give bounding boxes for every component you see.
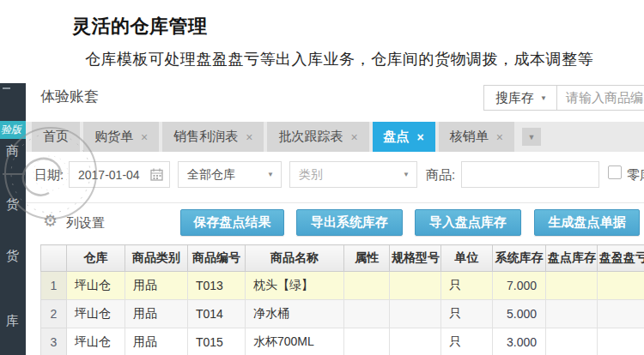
col-header-counted-qty: 盘点库存	[546, 245, 598, 272]
system-qty-cell: 3.000	[493, 328, 546, 355]
name-cell: 水杯700ML	[246, 328, 344, 355]
name-cell: 枕头【绿】	[246, 272, 344, 300]
col-header-code: 商品编号	[188, 245, 246, 272]
row-number-cell: 1	[41, 272, 67, 300]
category-cell: 用品	[125, 272, 188, 300]
category-cell: 用品	[125, 328, 188, 355]
tab-sales-profit-report[interactable]: 销售利润表 ×	[162, 122, 264, 152]
warehouse-cell: 坪山仓	[67, 328, 125, 355]
tab-label: 盘点	[384, 129, 410, 145]
code-cell: T015	[188, 328, 246, 355]
sidebar-item-purchase[interactable]: 货	[6, 196, 32, 213]
column-settings-button[interactable]: 列设置	[66, 215, 105, 232]
page-subtitle: 仓库模板可处理盘盈盘亏等出入库业务，仓库间的货物调拨，成本调整等	[85, 49, 593, 69]
row-number-cell: 2	[41, 300, 67, 328]
warehouse-cell: 坪山仓	[67, 300, 125, 328]
row-number-header	[41, 245, 67, 272]
tab-write-off[interactable]: 核销单 ×	[439, 122, 514, 152]
col-header-unit: 单位	[441, 245, 493, 272]
row-number-cell: 3	[41, 328, 67, 355]
zero-stock-checkbox[interactable]	[608, 165, 622, 179]
warehouse-cell: 坪山仓	[67, 272, 125, 300]
table-row[interactable]: 3 坪山仓 用品 T015 水杯700ML 只 3.000	[41, 328, 644, 355]
stocktake-table: 仓库 商品类别 商品编号 商品名称 属性 规格型号 单位 系统库存 盘点库存 盘…	[40, 244, 644, 355]
import-stocktake-stock-button[interactable]: 导入盘点库存	[415, 209, 521, 236]
spec-cell	[390, 300, 441, 328]
zero-stock-label: 零库	[627, 167, 644, 184]
col-header-attr: 属性	[344, 245, 390, 272]
unit-cell: 只	[441, 328, 493, 355]
col-header-system-qty: 系统库存	[493, 245, 546, 272]
chevron-down-icon: ▼	[527, 133, 535, 141]
tab-purchase-order[interactable]: 购货单 ×	[83, 122, 159, 152]
category-cell: 用品	[125, 300, 188, 328]
attr-cell	[344, 272, 390, 300]
tab-label: 首页	[43, 129, 69, 145]
gear-icon[interactable]: ⚙	[43, 211, 58, 231]
calendar-icon[interactable]	[150, 168, 163, 181]
close-icon[interactable]: ×	[246, 131, 252, 143]
stock-search-combo: 搜库存 ▼ 请输入商品编	[483, 85, 644, 111]
code-cell: T014	[188, 300, 246, 328]
unit-cell: 只	[441, 300, 493, 328]
sidebar-item-warehouse[interactable]: 库	[6, 313, 32, 329]
close-icon[interactable]: ×	[141, 131, 148, 143]
system-qty-cell: 5.000	[493, 300, 546, 328]
tab-label: 购货单	[94, 129, 133, 145]
warehouse-select-value: 全部仓库	[187, 167, 235, 183]
spec-cell	[390, 272, 441, 300]
col-header-spec: 规格型号	[390, 245, 441, 272]
col-header-category: 商品类别	[125, 245, 188, 272]
table-row[interactable]: 2 坪山仓 用品 T014 净水桶 只 5.000	[41, 300, 644, 328]
product-filter-input[interactable]	[461, 161, 599, 188]
spec-cell	[390, 328, 441, 355]
warehouse-management-page: 灵活的仓库管理 仓库模板可处理盘盈盘亏等出入库业务，仓库间的货物调拨，成本调整等…	[0, 0, 644, 355]
account-set-title: 体验账套	[40, 87, 99, 106]
close-icon[interactable]: ×	[496, 131, 503, 143]
tab-label: 批次跟踪表	[278, 129, 343, 145]
sidebar-item-sales[interactable]: 货	[6, 248, 32, 264]
diff-qty-cell	[598, 328, 644, 355]
tab-batch-tracking[interactable]: 批次跟踪表 ×	[267, 122, 368, 152]
tab-home[interactable]: 首页	[32, 122, 80, 152]
table-header-row: 仓库 商品类别 商品编号 商品名称 属性 规格型号 单位 系统库存 盘点库存 盘…	[41, 245, 644, 272]
divider	[26, 202, 644, 203]
save-stocktake-result-button[interactable]: 保存盘点结果	[180, 209, 284, 236]
page-title: 灵活的仓库管理	[72, 14, 208, 39]
chevron-down-icon[interactable]: ▼	[540, 94, 547, 102]
menu-dash-icon	[3, 87, 10, 89]
chevron-down-icon: ▼	[403, 171, 410, 178]
product-search-input[interactable]: 请输入商品编	[557, 90, 643, 106]
table-row[interactable]: 1 坪山仓 用品 T013 枕头【绿】 只 7.000	[41, 272, 644, 300]
system-qty-cell: 7.000	[493, 272, 546, 300]
attr-cell	[344, 300, 390, 328]
chevron-down-icon: ▼	[267, 171, 274, 178]
tab-stocktake[interactable]: 盘点 ×	[373, 122, 435, 152]
counted-qty-cell[interactable]	[546, 300, 598, 328]
product-filter-label: 商品:	[426, 167, 455, 184]
export-system-stock-button[interactable]: 导出系统库存	[296, 209, 403, 236]
generate-stocktake-doc-button[interactable]: 生成盘点单据	[534, 209, 640, 236]
col-header-name: 商品名称	[246, 245, 344, 272]
search-scope-dropdown[interactable]: 搜库存	[484, 90, 540, 106]
trial-version-badge: 验版	[0, 121, 26, 139]
warehouse-select[interactable]: 全部仓库 ▼	[178, 161, 282, 188]
close-icon[interactable]: ×	[417, 131, 424, 143]
unit-cell: 只	[441, 272, 493, 300]
sidebar-nav: 验版 商 货 货 库	[0, 83, 26, 355]
date-value: 2017-01-04	[78, 168, 140, 182]
code-cell: T013	[188, 272, 246, 300]
attr-cell	[344, 328, 390, 355]
date-input[interactable]: 2017-01-04	[69, 161, 170, 188]
tab-overflow-button[interactable]: ▼	[522, 128, 541, 146]
tab-label: 销售利润表	[173, 129, 238, 145]
category-select-placeholder: 类别	[299, 167, 323, 183]
counted-qty-cell[interactable]	[546, 272, 598, 300]
date-filter-label: 日期:	[34, 167, 64, 184]
diff-qty-cell	[598, 300, 644, 328]
close-icon[interactable]: ×	[350, 131, 357, 143]
col-header-diff-qty: 盘盈盘亏	[598, 245, 644, 272]
counted-qty-cell[interactable]	[546, 328, 598, 355]
tab-label: 核销单	[450, 129, 489, 145]
category-select[interactable]: 类别 ▼	[289, 161, 417, 188]
